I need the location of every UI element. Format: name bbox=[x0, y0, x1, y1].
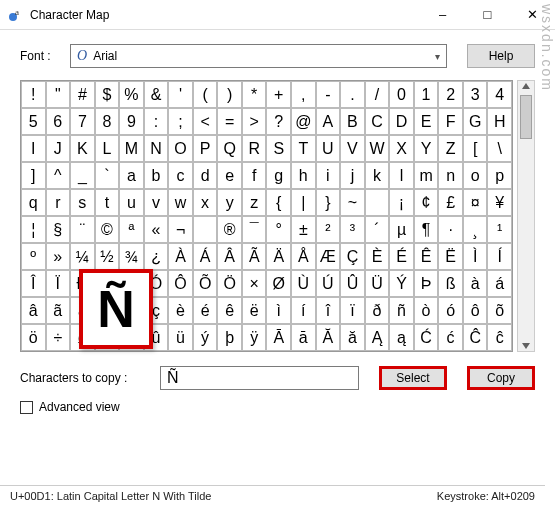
char-cell[interactable]: µ bbox=[389, 216, 414, 243]
char-cell[interactable]: é bbox=[193, 297, 218, 324]
char-cell[interactable]: ~ bbox=[340, 189, 365, 216]
char-cell[interactable]: ] bbox=[21, 162, 46, 189]
char-cell[interactable]: ö bbox=[21, 324, 46, 351]
char-cell[interactable]: p bbox=[487, 162, 512, 189]
char-cell[interactable]: c bbox=[168, 162, 193, 189]
char-cell[interactable]: Ç bbox=[340, 243, 365, 270]
maximize-button[interactable]: □ bbox=[465, 0, 510, 30]
font-dropdown[interactable]: O Arial ▾ bbox=[70, 44, 447, 68]
copy-button[interactable]: Copy bbox=[467, 366, 535, 390]
char-cell[interactable]: o bbox=[463, 162, 488, 189]
char-cell[interactable]: ā bbox=[291, 324, 316, 351]
char-cell[interactable]: Û bbox=[340, 270, 365, 297]
char-cell[interactable]: È bbox=[365, 243, 390, 270]
char-cell[interactable]: R bbox=[242, 135, 267, 162]
char-cell[interactable]: g bbox=[266, 162, 291, 189]
char-cell[interactable]: Ì bbox=[463, 243, 488, 270]
char-cell[interactable]: k bbox=[365, 162, 390, 189]
char-cell[interactable]: ! bbox=[21, 81, 46, 108]
char-cell[interactable]: } bbox=[316, 189, 341, 216]
char-cell[interactable]: ² bbox=[316, 216, 341, 243]
char-cell[interactable]: = bbox=[217, 108, 242, 135]
char-cell[interactable]: á bbox=[487, 270, 512, 297]
char-cell[interactable]: H bbox=[487, 108, 512, 135]
char-cell[interactable]: 8 bbox=[95, 108, 120, 135]
char-cell[interactable]: 6 bbox=[46, 108, 71, 135]
char-cell[interactable]: ( bbox=[193, 81, 218, 108]
char-cell[interactable]: ë bbox=[242, 297, 267, 324]
help-button[interactable]: Help bbox=[467, 44, 535, 68]
char-cell[interactable]: î bbox=[316, 297, 341, 324]
char-cell[interactable]: \ bbox=[487, 135, 512, 162]
char-cell[interactable]: # bbox=[70, 81, 95, 108]
char-cell[interactable]: 2 bbox=[438, 81, 463, 108]
char-cell[interactable]: è bbox=[168, 297, 193, 324]
char-cell[interactable]: ± bbox=[291, 216, 316, 243]
char-cell[interactable]: , bbox=[291, 81, 316, 108]
characters-to-copy-input[interactable]: Ñ bbox=[160, 366, 359, 390]
char-cell[interactable]: » bbox=[46, 243, 71, 270]
char-cell[interactable]: | bbox=[291, 189, 316, 216]
char-cell[interactable]: ) bbox=[217, 81, 242, 108]
char-cell[interactable]: ¢ bbox=[414, 189, 439, 216]
char-cell[interactable]: ß bbox=[438, 270, 463, 297]
char-cell[interactable]: W bbox=[365, 135, 390, 162]
char-cell[interactable]: L bbox=[95, 135, 120, 162]
char-cell[interactable]: F bbox=[438, 108, 463, 135]
char-cell[interactable]: ê bbox=[217, 297, 242, 324]
char-cell[interactable]: I bbox=[21, 135, 46, 162]
char-cell[interactable]: Õ bbox=[193, 270, 218, 297]
char-cell[interactable]: / bbox=[365, 81, 390, 108]
char-cell[interactable]: a bbox=[119, 162, 144, 189]
char-cell[interactable]: b bbox=[144, 162, 169, 189]
char-cell[interactable]: â bbox=[21, 297, 46, 324]
char-cell[interactable]: § bbox=[46, 216, 71, 243]
advanced-view-checkbox[interactable] bbox=[20, 401, 33, 414]
char-cell[interactable]: ª bbox=[119, 216, 144, 243]
char-cell[interactable]: s bbox=[70, 189, 95, 216]
scrollbar-thumb[interactable] bbox=[520, 95, 532, 139]
char-cell[interactable]: ã bbox=[46, 297, 71, 324]
char-cell[interactable]: º bbox=[21, 243, 46, 270]
char-cell[interactable]: d bbox=[193, 162, 218, 189]
char-cell[interactable]: ^ bbox=[46, 162, 71, 189]
char-cell[interactable]: ¯ bbox=[242, 216, 267, 243]
char-cell[interactable]: ¸ bbox=[463, 216, 488, 243]
char-cell[interactable]: j bbox=[340, 162, 365, 189]
char-cell[interactable]: ° bbox=[266, 216, 291, 243]
char-cell[interactable]: ; bbox=[168, 108, 193, 135]
char-cell[interactable]: Î bbox=[21, 270, 46, 297]
char-cell[interactable]: ` bbox=[95, 162, 120, 189]
char-cell[interactable]: A bbox=[316, 108, 341, 135]
char-cell[interactable]: m bbox=[414, 162, 439, 189]
char-cell[interactable]: Ö bbox=[217, 270, 242, 297]
char-cell[interactable]: ă bbox=[340, 324, 365, 351]
char-cell[interactable]: ¤ bbox=[463, 189, 488, 216]
char-cell[interactable]: . bbox=[340, 81, 365, 108]
char-cell[interactable]: 0 bbox=[389, 81, 414, 108]
char-cell[interactable]: % bbox=[119, 81, 144, 108]
char-cell[interactable]: U bbox=[316, 135, 341, 162]
char-cell[interactable]: Ĉ bbox=[463, 324, 488, 351]
char-cell[interactable]: « bbox=[144, 216, 169, 243]
char-cell[interactable]: Á bbox=[193, 243, 218, 270]
char-cell[interactable]: : bbox=[144, 108, 169, 135]
char-cell[interactable]: v bbox=[144, 189, 169, 216]
char-cell[interactable]: ¥ bbox=[487, 189, 512, 216]
char-cell[interactable]: Í bbox=[487, 243, 512, 270]
char-cell[interactable]: ® bbox=[217, 216, 242, 243]
char-cell[interactable]: Æ bbox=[316, 243, 341, 270]
minimize-button[interactable]: – bbox=[420, 0, 465, 30]
char-cell[interactable]: ð bbox=[365, 297, 390, 324]
char-cell[interactable]: à bbox=[463, 270, 488, 297]
char-cell[interactable]: i bbox=[316, 162, 341, 189]
char-cell[interactable]: ñ bbox=[389, 297, 414, 324]
char-cell[interactable]: + bbox=[266, 81, 291, 108]
char-cell[interactable]: x bbox=[193, 189, 218, 216]
char-cell[interactable]: Ü bbox=[365, 270, 390, 297]
char-cell[interactable]: Å bbox=[291, 243, 316, 270]
char-cell[interactable]: Ä bbox=[266, 243, 291, 270]
char-cell[interactable]: Ï bbox=[46, 270, 71, 297]
char-cell[interactable]: z bbox=[242, 189, 267, 216]
char-cell[interactable]: ½ bbox=[95, 243, 120, 270]
